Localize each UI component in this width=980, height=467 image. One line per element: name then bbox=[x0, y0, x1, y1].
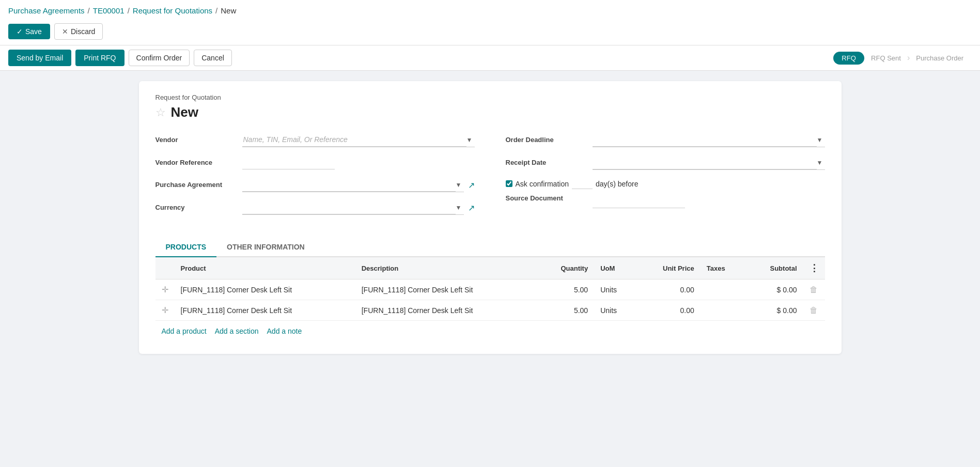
col-subtotal-header: Subtotal bbox=[745, 257, 803, 279]
currency-label: Currency bbox=[155, 200, 238, 211]
unit-price-cell[interactable]: 0.00 bbox=[636, 279, 701, 300]
source-document-field: Source Document TE00001 bbox=[506, 194, 825, 208]
form-left-col: Vendor ▼ Vendor Reference bbox=[155, 133, 475, 223]
order-deadline-dropdown-arrow[interactable]: ▼ bbox=[817, 136, 825, 144]
uom-cell[interactable]: Units bbox=[594, 279, 636, 300]
source-document-label: Source Document bbox=[506, 194, 588, 202]
table-row: ✛ [FURN_1118] Corner Desk Left Sit [FURN… bbox=[155, 279, 825, 300]
purchase-agreement-field: Purchase Agreement TE00001 ▼ ↗ bbox=[155, 178, 475, 192]
secondary-bar: Send by Email Print RFQ Confirm Order Ca… bbox=[0, 45, 980, 71]
status-bar: RFQ › RFQ Sent › Purchase Order bbox=[833, 52, 972, 65]
col-options: ⋮ bbox=[803, 257, 825, 279]
currency-select-wrapper: USD ▼ bbox=[242, 200, 464, 215]
drag-handle-icon[interactable]: ✛ bbox=[162, 285, 168, 294]
col-drag bbox=[155, 257, 175, 279]
delete-row-icon[interactable]: 🗑 bbox=[810, 285, 818, 294]
tabs: PRODUCTS OTHER INFORMATION bbox=[155, 238, 825, 257]
add-note-link[interactable]: Add a note bbox=[267, 327, 302, 335]
ask-confirmation-checkbox[interactable] bbox=[506, 180, 512, 187]
order-deadline-field: Order Deadline 03/24/2021 10:34:01 ▼ bbox=[506, 133, 825, 147]
product-cell[interactable]: [FURN_1118] Corner Desk Left Sit bbox=[175, 300, 355, 321]
product-cell[interactable]: [FURN_1118] Corner Desk Left Sit bbox=[175, 279, 355, 300]
source-document-control: TE00001 bbox=[593, 194, 825, 208]
ask-confirmation-days-input[interactable]: 0 bbox=[572, 178, 593, 189]
taxes-cell[interactable] bbox=[701, 279, 746, 300]
add-actions: Add a product Add a section Add a note bbox=[155, 321, 825, 341]
breadcrumb-rfq[interactable]: Request for Quotations bbox=[133, 6, 212, 15]
cancel-button[interactable]: Cancel bbox=[194, 50, 232, 66]
breadcrumb-sep-1: / bbox=[88, 6, 90, 15]
order-deadline-input[interactable]: 03/24/2021 10:34:01 bbox=[593, 133, 817, 147]
unit-price-cell[interactable]: 0.00 bbox=[636, 300, 701, 321]
currency-field: Currency USD ▼ ↗ bbox=[155, 200, 475, 215]
table-options-icon[interactable]: ⋮ bbox=[810, 263, 819, 273]
currency-dropdown-arrow[interactable]: ▼ bbox=[456, 204, 464, 211]
description-cell[interactable]: [FURN_1118] Corner Desk Left Sit bbox=[355, 279, 536, 300]
send-email-button[interactable]: Send by Email bbox=[8, 50, 71, 66]
breadcrumb-sep-2: / bbox=[128, 6, 130, 15]
purchase-agreement-label: Purchase Agreement bbox=[155, 178, 238, 189]
receipt-date-dropdown-arrow[interactable]: ▼ bbox=[817, 159, 825, 166]
favorite-star-icon[interactable]: ☆ bbox=[155, 106, 166, 119]
source-document-input[interactable]: TE00001 bbox=[593, 194, 685, 208]
breadcrumb: Purchase Agreements / TE00001 / Request … bbox=[8, 0, 972, 19]
purchase-agreement-dropdown-arrow[interactable]: ▼ bbox=[456, 181, 464, 189]
record-name: New bbox=[171, 104, 198, 120]
description-cell[interactable]: [FURN_1118] Corner Desk Left Sit bbox=[355, 300, 536, 321]
col-description-header: Description bbox=[355, 257, 536, 279]
quantity-cell[interactable]: 5.00 bbox=[536, 279, 594, 300]
drag-handle-cell: ✛ bbox=[155, 300, 175, 321]
order-deadline-wrapper: 03/24/2021 10:34:01 ▼ bbox=[593, 133, 825, 147]
receipt-date-control: 03/24/2021 10:34:01 ▼ bbox=[593, 155, 825, 170]
receipt-date-wrapper: 03/24/2021 10:34:01 ▼ bbox=[593, 155, 825, 170]
secondary-actions: Send by Email Print RFQ Confirm Order Ca… bbox=[8, 50, 232, 66]
delete-cell: 🗑 bbox=[803, 300, 825, 321]
delete-cell: 🗑 bbox=[803, 279, 825, 300]
breadcrumb-new: New bbox=[221, 6, 236, 15]
vendor-field: Vendor ▼ bbox=[155, 133, 475, 147]
add-product-link[interactable]: Add a product bbox=[162, 327, 207, 335]
col-uom-header: UoM bbox=[594, 257, 636, 279]
confirm-order-button[interactable]: Confirm Order bbox=[129, 50, 190, 66]
currency-input[interactable]: USD bbox=[242, 200, 456, 214]
col-taxes-header: Taxes bbox=[701, 257, 746, 279]
drag-handle-icon[interactable]: ✛ bbox=[162, 306, 168, 315]
currency-external-link-icon[interactable]: ↗ bbox=[468, 203, 475, 213]
form-right-col: Order Deadline 03/24/2021 10:34:01 ▼ Rec… bbox=[506, 133, 825, 223]
currency-control: USD ▼ ↗ bbox=[242, 200, 475, 215]
form-card: Request for Quotation ☆ New Vendor ▼ bbox=[139, 81, 842, 354]
ask-confirmation-label: Ask confirmation bbox=[516, 180, 569, 188]
form-title-large: ☆ New bbox=[155, 104, 825, 120]
quantity-cell[interactable]: 5.00 bbox=[536, 300, 594, 321]
receipt-date-input[interactable]: 03/24/2021 10:34:01 bbox=[593, 155, 817, 169]
receipt-date-field: Receipt Date 03/24/2021 10:34:01 ▼ bbox=[506, 155, 825, 170]
status-rfq-sent: RFQ Sent bbox=[863, 52, 909, 65]
table-header-row: Product Description Quantity UoM Unit Pr… bbox=[155, 257, 825, 279]
col-unit-price-header: Unit Price bbox=[636, 257, 701, 279]
purchase-agreement-input[interactable]: TE00001 bbox=[242, 178, 456, 192]
vendor-label: Vendor bbox=[155, 133, 238, 144]
breadcrumb-te00001[interactable]: TE00001 bbox=[93, 6, 125, 15]
vendor-input[interactable] bbox=[242, 133, 466, 147]
tab-other-information[interactable]: OTHER INFORMATION bbox=[216, 238, 315, 257]
print-rfq-button[interactable]: Print RFQ bbox=[75, 50, 124, 66]
table-row: ✛ [FURN_1118] Corner Desk Left Sit [FURN… bbox=[155, 300, 825, 321]
add-section-link[interactable]: Add a section bbox=[215, 327, 259, 335]
status-rfq: RFQ bbox=[833, 52, 864, 65]
col-quantity-header: Quantity bbox=[536, 257, 594, 279]
taxes-cell[interactable] bbox=[701, 300, 746, 321]
breadcrumb-purchase-agreements[interactable]: Purchase Agreements bbox=[8, 6, 85, 15]
save-button[interactable]: Save bbox=[8, 24, 50, 39]
subtotal-cell: $ 0.00 bbox=[745, 300, 803, 321]
vendor-reference-input[interactable] bbox=[242, 155, 335, 169]
vendor-reference-label: Vendor Reference bbox=[155, 155, 238, 166]
delete-row-icon[interactable]: 🗑 bbox=[810, 306, 818, 315]
tab-products[interactable]: PRODUCTS bbox=[155, 238, 217, 257]
table-body: ✛ [FURN_1118] Corner Desk Left Sit [FURN… bbox=[155, 279, 825, 321]
purchase-agreement-external-link-icon[interactable]: ↗ bbox=[468, 180, 475, 190]
subtotal-cell: $ 0.00 bbox=[745, 279, 803, 300]
discard-button[interactable]: Discard bbox=[54, 23, 103, 40]
receipt-date-label: Receipt Date bbox=[506, 155, 588, 166]
vendor-dropdown-arrow[interactable]: ▼ bbox=[466, 136, 475, 144]
uom-cell[interactable]: Units bbox=[594, 300, 636, 321]
